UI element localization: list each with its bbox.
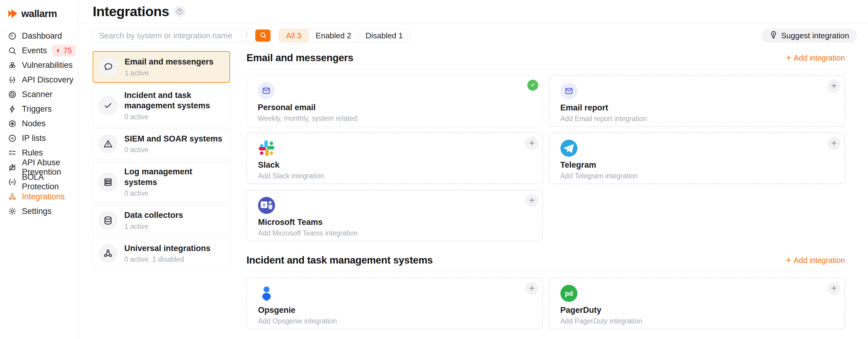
api-abuse-icon	[8, 163, 17, 172]
category-status: 0 active	[124, 189, 224, 197]
add-card-button[interactable]	[525, 282, 538, 295]
integration-card-microsoft-teams[interactable]: T Microsoft Teams Add Microsoft Teams in…	[246, 190, 543, 241]
sidebar-item-vulnerabilities[interactable]: Vulnerabilities	[0, 58, 78, 73]
category-status: 1 active	[124, 222, 183, 231]
events-count: 75	[64, 46, 72, 55]
page-title: Integrations	[93, 4, 169, 20]
filter-tab-enabled-2[interactable]: Enabled 2	[308, 29, 358, 42]
add-integration-link[interactable]: + Add integration	[786, 256, 845, 265]
sections-panel: Email and messengers + Add integration P…	[246, 51, 845, 339]
add-integration-link[interactable]: + Add integration	[786, 53, 845, 62]
brand-logo[interactable]: wallarm	[0, 4, 78, 29]
email-icon	[258, 82, 275, 99]
category-item-siem-and-soar-systems[interactable]: SIEM and SOAR systems 0 active	[93, 129, 230, 160]
sidebar-item-events[interactable]: Events 75	[0, 43, 78, 58]
section-title: Email and messengers	[246, 52, 353, 64]
slack-icon	[258, 140, 275, 157]
integration-card-opsgenie[interactable]: Opsgenie Add Opsgenie integration	[246, 278, 543, 329]
wallarm-logo-icon	[7, 8, 18, 19]
scanner-icon	[8, 90, 17, 99]
ip-lists-icon: IP	[8, 134, 17, 143]
add-card-button[interactable]	[525, 194, 538, 207]
sidebar-item-nodes[interactable]: Nodes	[0, 116, 78, 131]
sidebar-item-api-discovery[interactable]: API Discovery	[0, 73, 78, 87]
card-description: Add PagerDuty integration	[560, 317, 834, 325]
add-card-button[interactable]	[525, 137, 538, 150]
opsgenie-icon	[258, 285, 275, 302]
cards-grid: Personal email Weekly, monthly, system r…	[246, 75, 845, 241]
sidebar-item-bola-protection[interactable]: ID BOLA Protection	[0, 175, 78, 189]
category-item-log-management-systems[interactable]: Log management systems 0 active	[93, 161, 230, 203]
integration-card-slack[interactable]: Slack Add Slack integration	[246, 132, 543, 184]
main-area: Integrations / All 3Enabled 2Disabled 1 …	[78, 0, 868, 339]
help-icon[interactable]	[174, 6, 185, 17]
active-check-badge	[527, 80, 538, 91]
app-root: wallarm Dashboard Events 75 Vulnerabilit…	[0, 0, 868, 339]
email-icon	[560, 82, 578, 100]
api-discovery-icon	[8, 76, 17, 84]
telegram-icon	[560, 140, 578, 157]
filter-tabs: All 3Enabled 2Disabled 1	[279, 29, 410, 43]
add-card-button[interactable]	[827, 282, 841, 295]
card-title: Personal email	[258, 103, 532, 112]
filter-tab-all-3[interactable]: All 3	[279, 29, 308, 42]
svg-text:pd: pd	[565, 290, 573, 297]
add-card-button[interactable]	[827, 137, 841, 150]
suggest-label: Suggest integration	[781, 31, 849, 40]
sidebar-item-ip-lists[interactable]: IP IP lists	[0, 131, 78, 145]
pagerduty-icon: pd	[560, 285, 578, 302]
card-description: Weekly, monthly, system related	[258, 114, 532, 123]
category-item-data-collectors[interactable]: Data collectors 1 active	[93, 205, 230, 236]
card-description: Add Opsgenie integration	[258, 317, 531, 325]
search-box: /	[93, 29, 272, 43]
sidebar-item-dashboard[interactable]: Dashboard	[0, 29, 78, 43]
events-icon	[8, 46, 17, 55]
teams-icon: T	[258, 197, 275, 214]
content: Email and messengers 1 active Incident a…	[78, 43, 868, 339]
category-list: Email and messengers 1 active Incident a…	[93, 51, 230, 339]
toolbar: / All 3Enabled 2Disabled 1 Suggest integ…	[93, 29, 857, 43]
triggers-icon	[8, 105, 17, 114]
server-icon	[98, 173, 118, 192]
category-status: 0 active, 1 disabled	[124, 255, 211, 263]
category-status: 0 active	[124, 146, 222, 154]
card-description: Add Microsoft Teams integration	[258, 229, 531, 237]
check-icon	[98, 96, 118, 115]
category-item-email-and-messengers[interactable]: Email and messengers 1 active	[93, 51, 230, 83]
plus-icon	[830, 139, 838, 148]
sidebar: wallarm Dashboard Events 75 Vulnerabilit…	[0, 0, 78, 339]
add-card-button[interactable]	[827, 79, 841, 93]
dashboard-icon	[8, 32, 17, 40]
integration-card-pagerduty[interactable]: pd PagerDuty Add PagerDuty integration	[549, 278, 845, 329]
category-item-incident-and-task-management-systems[interactable]: Incident and task management systems 0 a…	[93, 85, 230, 126]
suggest-integration-button[interactable]: Suggest integration	[761, 29, 857, 43]
search-button[interactable]	[255, 30, 271, 42]
sidebar-item-integrations[interactable]: Integrations	[0, 189, 78, 204]
plus-icon	[830, 82, 838, 91]
card-title: Opsgenie	[258, 306, 531, 315]
vulnerabilities-icon	[8, 61, 17, 70]
sidebar-item-settings[interactable]: Settings	[0, 204, 78, 219]
bolt-icon	[55, 48, 61, 54]
section-title: Incident and task management systems	[246, 254, 433, 266]
integration-card-email-report[interactable]: Email report Add Email report integratio…	[549, 75, 845, 127]
integration-card-personal-email[interactable]: Personal email Weekly, monthly, system r…	[246, 75, 543, 127]
add-integration-label: Add integration	[794, 256, 845, 265]
integrations-icon	[8, 192, 17, 201]
search-input[interactable]	[98, 31, 238, 41]
integration-card-telegram[interactable]: Telegram Add Telegram integration	[549, 132, 845, 184]
filter-tab-disabled-1[interactable]: Disabled 1	[358, 29, 410, 42]
chat-icon	[99, 57, 118, 76]
brand-name: wallarm	[21, 8, 57, 20]
warning-icon	[98, 134, 118, 153]
category-status: 0 active	[124, 113, 224, 121]
sidebar-item-triggers[interactable]: Triggers	[0, 102, 78, 116]
sidebar-item-scanner[interactable]: Scanner	[0, 87, 78, 102]
card-description: Add Telegram integration	[560, 172, 834, 180]
card-title: Telegram	[560, 160, 834, 170]
card-title: PagerDuty	[560, 306, 834, 315]
events-count-badge: 75	[52, 45, 76, 57]
category-item-universal-integrations[interactable]: Universal integrations 0 active, 1 disab…	[93, 238, 230, 269]
webhook-icon	[98, 244, 118, 263]
plus-icon	[528, 284, 536, 293]
